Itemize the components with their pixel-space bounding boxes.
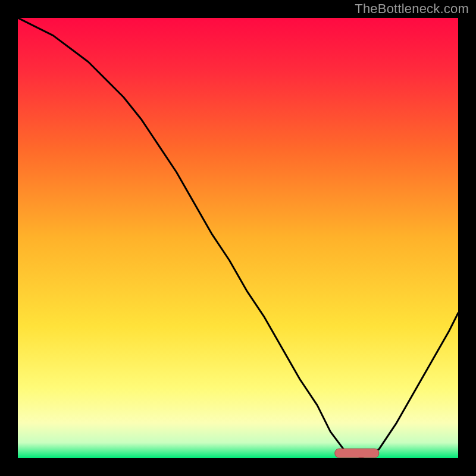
optimum-marker bbox=[335, 449, 379, 458]
watermark: TheBottleneck.com bbox=[355, 1, 469, 17]
plot-svg bbox=[18, 18, 458, 458]
plot-area bbox=[18, 18, 458, 458]
gradient-background bbox=[18, 18, 458, 458]
chart-stage: TheBottleneck.com bbox=[0, 0, 476, 476]
